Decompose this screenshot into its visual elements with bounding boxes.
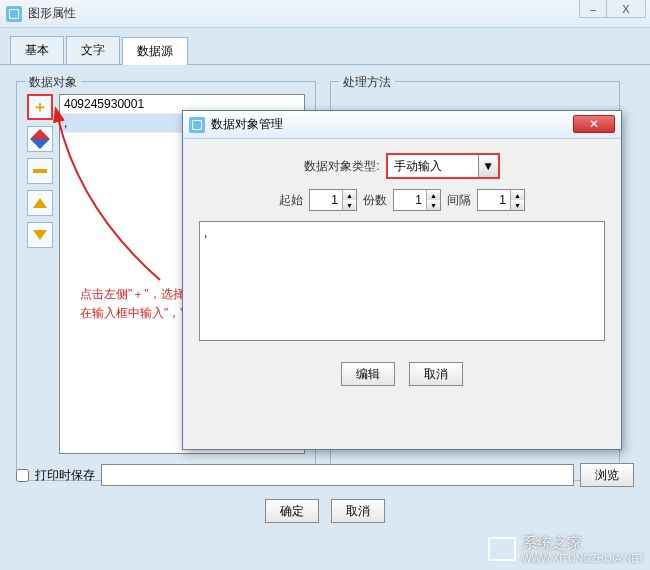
- data-object-manage-dialog: 数据对象管理 ✕ 数据对象类型: ▼ 起始 ▲▼ 份数 ▲▼ 间隔: [182, 110, 622, 450]
- arrow-down-icon: [33, 230, 47, 240]
- modal-edit-button[interactable]: 编辑: [341, 362, 395, 386]
- tab-text[interactable]: 文字: [66, 36, 120, 64]
- copies-spinner[interactable]: ▲▼: [393, 189, 441, 211]
- interval-label: 间隔: [447, 192, 471, 209]
- plus-icon: ＋: [32, 97, 48, 118]
- modal-app-icon: [189, 117, 205, 133]
- type-row: 数据对象类型: ▼: [199, 153, 605, 179]
- interval-input[interactable]: [478, 190, 510, 210]
- vertical-toolbar: ＋: [27, 94, 53, 254]
- copies-input[interactable]: [394, 190, 426, 210]
- legend-processing: 处理方法: [339, 74, 395, 91]
- window-titlebar: 图形属性 – X: [0, 0, 650, 28]
- cancel-button[interactable]: 取消: [331, 499, 385, 523]
- tab-strip: 基本 文字 数据源: [0, 28, 650, 65]
- copies-down[interactable]: ▼: [427, 200, 440, 210]
- type-dropdown-button[interactable]: ▼: [478, 155, 498, 177]
- modal-buttons: 编辑 取消: [199, 362, 605, 386]
- start-spinner[interactable]: ▲▼: [309, 189, 357, 211]
- numbers-row: 起始 ▲▼ 份数 ▲▼ 间隔 ▲▼: [199, 189, 605, 211]
- modal-titlebar: 数据对象管理 ✕: [183, 111, 621, 139]
- tab-basic[interactable]: 基本: [10, 36, 64, 64]
- start-label: 起始: [279, 192, 303, 209]
- watermark-url: WWW.XITONGZHIJIA.NET: [522, 553, 644, 564]
- path-input[interactable]: [101, 464, 574, 486]
- bottom-row: 打印时保存 浏览: [16, 463, 634, 487]
- start-down[interactable]: ▼: [343, 200, 356, 210]
- pen-icon: [30, 129, 50, 149]
- minimize-button[interactable]: –: [579, 0, 607, 18]
- modal-close-button[interactable]: ✕: [573, 115, 615, 133]
- type-input[interactable]: [388, 155, 478, 177]
- dialog-buttons: 确定 取消: [0, 499, 650, 523]
- window-title: 图形属性: [28, 5, 644, 22]
- remove-button[interactable]: [27, 158, 53, 184]
- legend-data-objects: 数据对象: [25, 74, 81, 91]
- copies-up[interactable]: ▲: [427, 190, 440, 200]
- modal-body: 数据对象类型: ▼ 起始 ▲▼ 份数 ▲▼ 间隔 ▲▼: [183, 139, 621, 400]
- edit-button[interactable]: [27, 126, 53, 152]
- close-button[interactable]: X: [606, 0, 646, 18]
- print-save-label: 打印时保存: [35, 467, 95, 484]
- interval-up[interactable]: ▲: [511, 190, 524, 200]
- tab-datasource[interactable]: 数据源: [122, 37, 188, 65]
- start-up[interactable]: ▲: [343, 190, 356, 200]
- watermark-logo-icon: [488, 537, 516, 561]
- copies-label: 份数: [363, 192, 387, 209]
- move-up-button[interactable]: [27, 190, 53, 216]
- ok-button[interactable]: 确定: [265, 499, 319, 523]
- arrow-up-icon: [33, 198, 47, 208]
- minus-icon: [33, 169, 47, 173]
- print-save-checkbox[interactable]: [16, 469, 29, 482]
- type-label: 数据对象类型:: [304, 158, 379, 175]
- watermark-name: 系统之家: [522, 534, 644, 553]
- watermark: 系统之家 WWW.XITONGZHIJIA.NET: [488, 534, 644, 564]
- start-input[interactable]: [310, 190, 342, 210]
- interval-down[interactable]: ▼: [511, 200, 524, 210]
- modal-title: 数据对象管理: [211, 116, 283, 133]
- modal-cancel-button[interactable]: 取消: [409, 362, 463, 386]
- move-down-button[interactable]: [27, 222, 53, 248]
- app-icon: [6, 6, 22, 22]
- interval-spinner[interactable]: ▲▼: [477, 189, 525, 211]
- window-controls: – X: [580, 0, 646, 18]
- browse-button[interactable]: 浏览: [580, 463, 634, 487]
- add-button[interactable]: ＋: [27, 94, 53, 120]
- value-textarea[interactable]: [199, 221, 605, 341]
- type-combobox[interactable]: ▼: [386, 153, 500, 179]
